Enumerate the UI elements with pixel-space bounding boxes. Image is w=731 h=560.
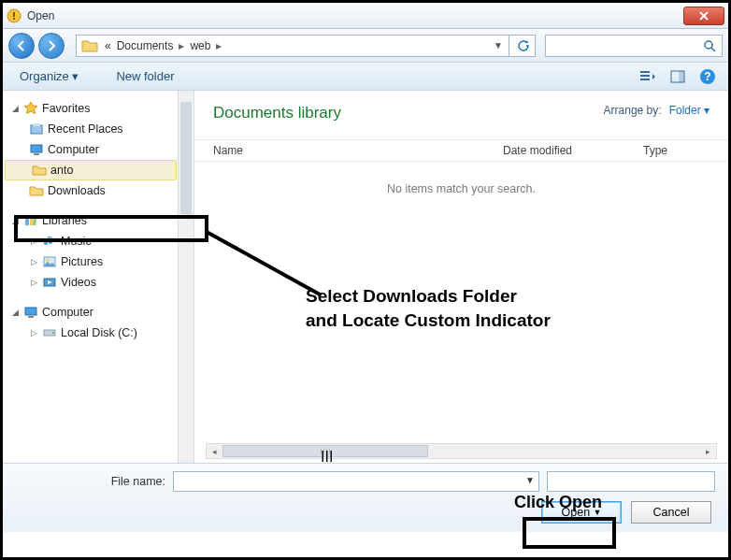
svg-rect-15 [34, 153, 39, 155]
pictures-icon [42, 254, 57, 269]
libraries-icon [23, 213, 38, 228]
column-type[interactable]: Type [624, 144, 728, 157]
view-options-button[interactable] [637, 65, 659, 88]
breadcrumb: « Documents ▸ web ▸ [103, 39, 223, 52]
file-filter-dropdown[interactable] [547, 471, 715, 492]
svg-rect-9 [679, 71, 684, 82]
svg-rect-5 [640, 71, 650, 73]
collapse-icon[interactable]: ◢ [10, 216, 20, 225]
library-title: Documents library [213, 104, 341, 122]
arrange-by-label: Arrange by: [604, 104, 662, 117]
svg-rect-14 [31, 145, 42, 152]
horizontal-scrollbar[interactable]: ◂ III ▸ [206, 443, 717, 459]
annotation-text: Select Downloads Folder and Locate Custo… [306, 284, 551, 332]
sidebar-item-pictures[interactable]: ▷ Pictures [3, 251, 194, 272]
music-icon [42, 234, 57, 249]
arrange-by-value[interactable]: Folder ▾ [669, 104, 710, 117]
help-button[interactable]: ? [696, 65, 719, 88]
svg-rect-12 [31, 125, 42, 134]
sidebar-computer-group[interactable]: ◢ Computer [3, 302, 194, 323]
svg-point-3 [705, 41, 712, 49]
svg-rect-2 [13, 18, 15, 20]
sidebar-item-anto[interactable]: anto [5, 160, 177, 180]
sidebar-item-downloads[interactable]: Downloads [3, 180, 194, 201]
folder-icon [80, 36, 99, 55]
collapse-icon[interactable]: ◢ [10, 308, 20, 317]
disk-icon [42, 325, 57, 340]
folder-icon [29, 183, 44, 198]
breadcrumb-web[interactable]: web [188, 39, 212, 52]
breadcrumb-documents[interactable]: Documents [115, 39, 176, 52]
app-icon [7, 8, 22, 23]
svg-rect-6 [640, 75, 650, 77]
videos-icon [42, 275, 57, 290]
sidebar-item-music[interactable]: ▷ Music [3, 231, 194, 251]
refresh-button[interactable] [509, 35, 535, 57]
close-button[interactable] [683, 7, 724, 25]
svg-rect-23 [28, 316, 34, 318]
sidebar-scrollbar[interactable] [178, 91, 194, 463]
column-name[interactable]: Name [194, 144, 484, 157]
svg-rect-1 [13, 12, 15, 17]
scroll-right-icon[interactable]: ▸ [700, 444, 716, 458]
sidebar-favorites[interactable]: ◢ Favorites [3, 98, 194, 119]
cancel-button[interactable]: Cancel [631, 501, 711, 524]
empty-message: No items match your search. [194, 182, 728, 195]
window-title: Open [27, 9, 54, 22]
svg-rect-13 [33, 123, 40, 126]
svg-text:?: ? [704, 70, 710, 83]
svg-rect-7 [640, 79, 650, 80]
sidebar-libraries[interactable]: ◢ Libraries [3, 210, 194, 231]
sidebar-item-local-disk-c[interactable]: ▷ Local Disk (C:) [3, 323, 194, 343]
address-bar[interactable]: « Documents ▸ web ▸ ▼ [76, 35, 536, 57]
svg-rect-16 [25, 216, 29, 225]
expand-icon[interactable]: ▷ [29, 328, 38, 337]
scroll-left-icon[interactable]: ◂ [207, 444, 222, 458]
computer-icon [29, 142, 44, 157]
collapse-icon[interactable]: ◢ [10, 104, 20, 113]
back-button[interactable] [8, 33, 35, 59]
filename-label: File name: [16, 475, 165, 488]
svg-rect-22 [25, 308, 36, 315]
forward-button[interactable] [38, 33, 64, 59]
star-icon [23, 101, 38, 116]
sidebar-item-recent-places[interactable]: Recent Places [3, 119, 194, 139]
address-dropdown-icon[interactable]: ▼ [488, 40, 509, 50]
annotation-click-open: Click Open [514, 493, 602, 512]
sidebar-item-videos[interactable]: ▷ Videos [3, 272, 194, 293]
folder-icon [32, 163, 47, 178]
preview-pane-button[interactable] [666, 65, 689, 88]
search-input[interactable] [545, 35, 723, 57]
column-headers[interactable]: Name Date modified Type [194, 139, 728, 162]
svg-line-4 [711, 48, 715, 51]
recent-places-icon [29, 122, 44, 136]
sidebar-item-computer[interactable]: Computer [3, 139, 194, 160]
search-icon [703, 39, 716, 52]
filename-input[interactable]: ▼ [173, 471, 539, 492]
column-date-modified[interactable]: Date modified [484, 144, 624, 157]
expand-icon[interactable]: ▷ [29, 237, 38, 246]
svg-point-25 [52, 332, 54, 334]
filename-dropdown-icon[interactable]: ▼ [525, 475, 535, 485]
expand-icon[interactable]: ▷ [29, 278, 38, 287]
new-folder-button[interactable]: New folder [108, 65, 181, 87]
organize-button[interactable]: Organize ▾ [12, 65, 86, 87]
expand-icon[interactable]: ▷ [29, 257, 38, 266]
svg-point-20 [47, 259, 50, 262]
computer-icon [23, 305, 38, 320]
